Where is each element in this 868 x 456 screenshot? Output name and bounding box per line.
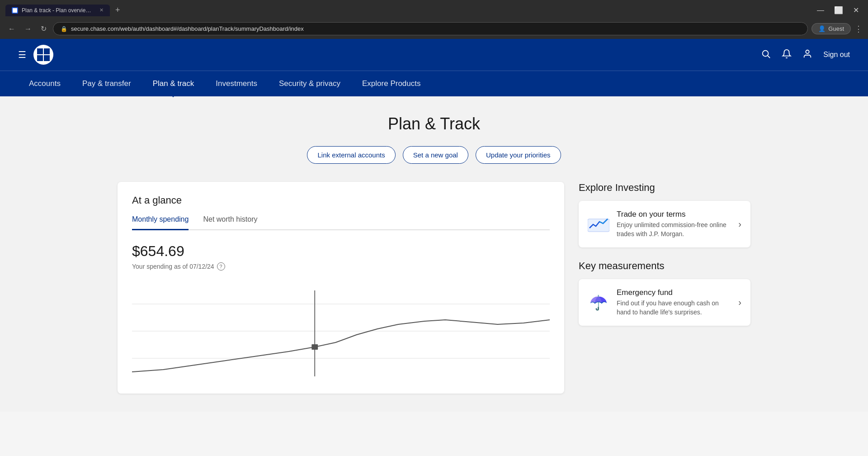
address-bar[interactable]: 🔒 secure.chase.com/web/auth/dashboard#/d… [53,22,808,35]
svg-rect-3 [37,55,43,61]
emergency-fund-chevron-icon: › [738,297,741,308]
lock-icon: 🔒 [61,26,67,32]
active-tab[interactable]: Plan & track - Plan overview - c ✕ [5,5,110,16]
maximize-button[interactable]: ⬜ [830,5,847,15]
emergency-fund-desc: Find out if you have enough cash on hand… [617,299,731,317]
tab-favicon [12,7,18,14]
svg-line-6 [768,56,770,58]
trade-card-desc: Enjoy unlimited commission-free online t… [617,221,731,238]
tab-close-btn[interactable]: ✕ [99,7,104,13]
signout-button[interactable]: Sign out [823,51,850,59]
svg-rect-12 [311,344,318,350]
left-panel: At a glance Monthly spending Net worth h… [118,182,564,394]
svg-rect-0 [13,8,17,13]
search-icon-button[interactable] [761,49,771,61]
notification-icon-button[interactable] [782,49,792,61]
page-title: Plan & Track [18,114,850,133]
spending-amount: $654.69 [132,243,550,260]
svg-rect-1 [37,48,43,54]
address-bar-row: ← → ↻ 🔒 secure.chase.com/web/auth/dashbo… [0,20,868,39]
trade-card-text: Trade on your terms Enjoy unlimited comm… [617,210,731,238]
link-external-accounts-button[interactable]: Link external accounts [307,146,395,164]
more-button[interactable]: ⋮ [854,24,863,34]
emergency-fund-title: Emergency fund [617,288,731,297]
svg-rect-4 [44,55,50,61]
explore-investing-title: Explore Investing [579,182,750,194]
at-a-glance-title: At a glance [132,195,550,206]
key-measurements-card: ☂️ Emergency fund Find out if you have e… [579,279,750,326]
right-panel: Explore Investing Trade [579,182,750,394]
browser-chrome: Plan & track - Plan overview - c ✕ + — ⬜… [0,0,868,20]
chase-mainnav: Accounts Pay & transfer Plan & track Inv… [0,71,868,96]
chase-logo [33,45,53,65]
svg-point-5 [763,50,769,56]
chase-app: ☰ [0,39,868,412]
page-content: Plan & Track Link external accounts Set … [0,96,868,412]
svg-point-7 [806,50,809,53]
key-measurements-title: Key measurements [579,260,750,272]
update-priorities-button[interactable]: Update your priorities [476,146,561,164]
profile-label: Guest [828,25,844,32]
nav-icons [761,49,812,61]
explore-investing-section: Explore Investing Trade [579,182,750,247]
back-button[interactable]: ← [5,23,18,35]
set-new-goal-button[interactable]: Set a new goal [403,146,468,164]
forward-button[interactable]: → [22,23,34,35]
net-worth-history-tab[interactable]: Net worth history [203,215,257,230]
chart-area [132,281,550,381]
emergency-fund-item[interactable]: ☂️ Emergency fund Find out if you have e… [579,279,750,326]
new-tab-button[interactable]: + [112,4,124,17]
main-grid: At a glance Monthly spending Net worth h… [118,182,750,394]
account-icon-button[interactable] [802,49,812,61]
nav-pay-transfer[interactable]: Pay & transfer [71,71,142,96]
action-buttons: Link external accounts Set a new goal Up… [18,146,850,164]
trade-chevron-icon: › [738,219,741,229]
refresh-button[interactable]: ↻ [38,23,49,35]
spending-date: Your spending as of 07/12/24 ? [132,262,550,271]
trade-card-title: Trade on your terms [617,210,731,219]
minimize-button[interactable]: — [813,5,828,15]
nav-security-privacy[interactable]: Security & privacy [268,71,351,96]
tab-bar: Plan & track - Plan overview - c ✕ + [5,4,810,17]
spending-help-icon[interactable]: ? [217,262,225,271]
window-controls: — ⬜ ✕ [813,5,863,15]
close-button[interactable]: ✕ [849,5,863,15]
monthly-spending-tab[interactable]: Monthly spending [132,215,189,230]
trade-on-your-terms-item[interactable]: Trade on your terms Enjoy unlimited comm… [579,201,750,247]
nav-plan-track[interactable]: Plan & track [142,71,205,96]
explore-investing-card: Trade on your terms Enjoy unlimited comm… [579,201,750,247]
profile-button[interactable]: 👤 Guest [811,23,851,34]
emergency-fund-text: Emergency fund Find out if you have enou… [617,288,731,317]
tab-title: Plan & track - Plan overview - c [22,7,94,14]
chase-logo-svg [37,48,50,61]
address-text: secure.chase.com/web/auth/dashboard#/das… [71,25,800,32]
emergency-fund-icon: ☂️ [588,292,609,314]
nav-accounts[interactable]: Accounts [18,71,71,96]
trade-icon [588,214,609,235]
nav-investments[interactable]: Investments [205,71,268,96]
hamburger-button[interactable]: ☰ [18,49,26,60]
svg-rect-2 [44,48,50,54]
nav-explore-products[interactable]: Explore Products [351,71,431,96]
chase-topnav: ☰ [0,39,868,71]
spending-chart [132,281,550,381]
profile-icon: 👤 [818,25,826,32]
key-measurements-section: Key measurements ☂️ Emergency fund Find … [579,260,750,326]
tabs-row: Monthly spending Net worth history [132,215,550,230]
